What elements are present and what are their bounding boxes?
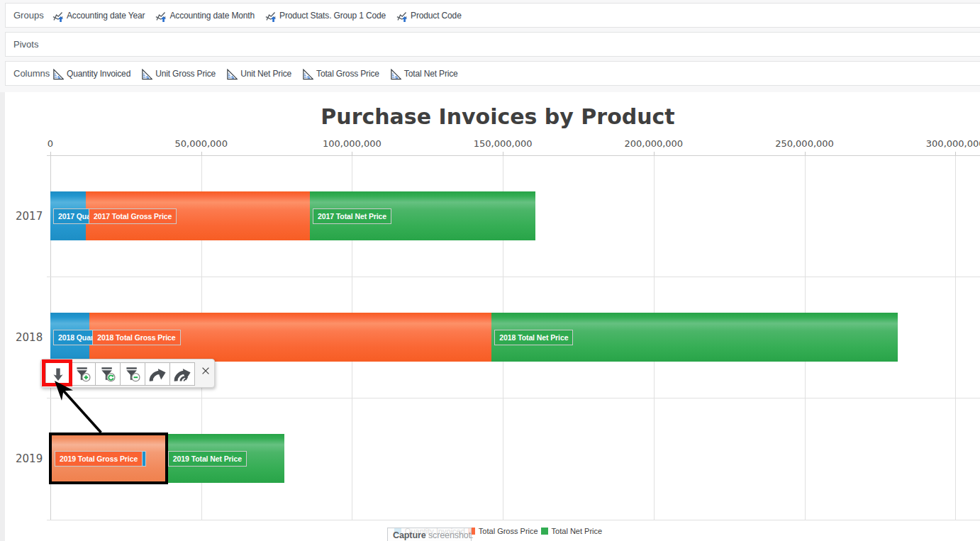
horizontal-gridline xyxy=(47,520,980,520)
chart-legend: Quantity InvoicedTotal Gross PriceTotal … xyxy=(11,527,980,535)
set-square-icon xyxy=(52,69,64,80)
field-chip-label: Product Code xyxy=(411,11,462,21)
field-chip-label: Unit Net Price xyxy=(240,69,291,79)
filter-add-icon xyxy=(75,367,91,382)
app-root: Groups Accounting date Year Accounting d… xyxy=(0,0,980,541)
toolbar-button-jump-to-multi[interactable] xyxy=(169,362,195,386)
field-chip-label: Quantity Invoiced xyxy=(67,69,130,79)
field-chip-label: Accounting date Month xyxy=(169,11,255,21)
field-rows-panel: Groups Accounting date Year Accounting d… xyxy=(0,0,980,92)
filter-refresh-icon xyxy=(100,367,116,382)
field-chip-label: Total Net Price xyxy=(404,69,458,79)
field-chip-product-code[interactable]: Product Code xyxy=(396,10,462,21)
set-square-icon xyxy=(302,69,313,80)
x-axis-tick-label: 100,000,000 xyxy=(323,138,382,149)
bar-label-2017-total-net-price: 2017 Total Net Price xyxy=(313,208,391,224)
horizontal-gridline xyxy=(47,398,980,398)
field-chip-product-stats-group-1-code[interactable]: Product Stats. Group 1 Code xyxy=(265,10,386,21)
field-row-label-groups: Groups xyxy=(13,10,49,21)
close-icon[interactable] xyxy=(202,364,209,372)
legend-label: Total Net Price xyxy=(552,527,603,535)
set-square-icon xyxy=(390,69,401,80)
x-axis-tick-label: 150,000,000 xyxy=(474,138,533,149)
tooltip-rest-text: screenshot. xyxy=(426,530,474,540)
set-square-icon xyxy=(226,69,238,80)
y-axis-category-label: 2017 xyxy=(16,210,43,223)
horizontal-gridline xyxy=(47,277,980,277)
field-row-groups: Groups Accounting date Year Accounting d… xyxy=(5,3,980,28)
x-axis-tick-label: 250,000,000 xyxy=(775,138,834,149)
selected-bar-frame xyxy=(49,433,168,484)
line-chart-pin-icon xyxy=(396,11,408,22)
x-axis-tick-label: 300,000,000 xyxy=(926,138,980,149)
field-chip-label: Accounting date Year xyxy=(67,11,145,21)
legend-item-total-gross-price[interactable]: Total Gross Price xyxy=(468,527,538,535)
tooltip-bold-text: Capture xyxy=(393,530,426,540)
field-chip-total-gross-price[interactable]: Total Gross Price xyxy=(302,68,379,79)
legend-item-total-net-price[interactable]: Total Net Price xyxy=(541,527,603,535)
toolbar-button-jump-to[interactable] xyxy=(145,362,170,386)
field-chip-unit-gross-price[interactable]: Unit Gross Price xyxy=(141,68,216,79)
set-square-icon xyxy=(141,69,152,80)
bar-label-2019-total-net-price: 2019 Total Net Price xyxy=(168,451,247,467)
field-row-pivots: Pivots xyxy=(5,32,980,57)
capture-screenshot-tooltip: Capture screenshot. xyxy=(387,528,472,541)
field-chip-label: Total Gross Price xyxy=(316,69,379,79)
x-axis-line xyxy=(47,155,980,156)
jump-to-icon xyxy=(148,366,167,383)
toolbar-button-filter-remove[interactable] xyxy=(120,362,145,386)
chart-area: Purchase Invoices by Product 050,000,000… xyxy=(5,92,980,541)
x-axis-tick-label: 50,000,000 xyxy=(174,138,227,149)
field-row-label-columns: Columns xyxy=(13,68,49,79)
chart-title: Purchase Invoices by Product xyxy=(5,104,980,129)
field-chip-accounting-date-year[interactable]: Accounting date Year xyxy=(52,10,145,21)
legend-swatch xyxy=(541,528,548,535)
field-chip-label: Unit Gross Price xyxy=(155,69,216,79)
field-chip-total-net-price[interactable]: Total Net Price xyxy=(390,68,458,79)
line-chart-pin-icon xyxy=(265,11,277,22)
field-chip-label: Product Stats. Group 1 Code xyxy=(279,11,386,21)
filter-remove-icon xyxy=(125,367,140,382)
annotation-red-highlight xyxy=(42,359,72,386)
field-chip-accounting-date-month[interactable]: Accounting date Month xyxy=(155,10,255,21)
y-axis-category-label: 2018 xyxy=(16,331,43,344)
bar-label-2018-total-gross-price: 2018 Total Gross Price xyxy=(92,330,180,345)
left-gutter xyxy=(0,92,5,541)
field-row-label-pivots: Pivots xyxy=(13,39,49,50)
toolbar-button-filter-refresh[interactable] xyxy=(95,362,121,386)
jump-to-multi-icon xyxy=(173,366,192,383)
x-axis-tick-label: 0 xyxy=(48,138,53,149)
field-chip-quantity-invoiced[interactable]: Quantity Invoiced xyxy=(52,68,130,79)
vertical-gridline xyxy=(955,155,956,520)
line-chart-pin-icon xyxy=(52,11,64,22)
toolbar-button-filter-add[interactable] xyxy=(70,362,96,386)
x-axis-tick-label: 200,000,000 xyxy=(624,138,683,149)
bar-label-2018-total-net-price: 2018 Total Net Price xyxy=(494,330,573,345)
field-row-columns: Columns Quantity Invoiced Unit Gross Pri… xyxy=(5,61,980,86)
field-chip-unit-net-price[interactable]: Unit Net Price xyxy=(226,68,291,79)
line-chart-pin-icon xyxy=(155,11,167,22)
legend-label: Total Gross Price xyxy=(479,527,538,535)
bar-label-2017-total-gross-price: 2017 Total Gross Price xyxy=(89,208,177,224)
y-axis-category-label: 2019 xyxy=(16,452,43,465)
